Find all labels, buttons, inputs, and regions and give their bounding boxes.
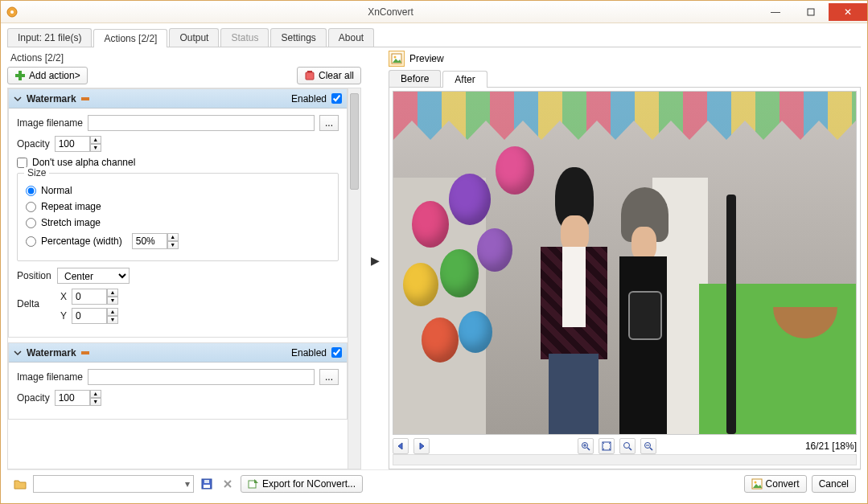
opacity-label: Opacity <box>17 392 50 404</box>
delta-label: Delta <box>17 298 52 309</box>
preview-tab-before[interactable]: Before <box>389 70 441 87</box>
opacity-input[interactable] <box>55 136 90 152</box>
size-repeat-label: Repeat image <box>41 201 101 212</box>
percentage-input[interactable] <box>132 233 167 249</box>
percentage-spinner[interactable]: ▲▼ <box>167 233 179 249</box>
image-filename-input[interactable] <box>88 369 315 385</box>
preview-icon-button[interactable] <box>389 51 405 67</box>
expand-preview-button[interactable]: ▶ <box>371 254 380 267</box>
alpha-label: Don't use alpha channel <box>32 157 135 168</box>
convert-button[interactable]: Convert <box>744 475 807 493</box>
content: Input: 21 file(s) Actions [2/2] Output S… <box>1 23 867 503</box>
zoom-fit-button[interactable] <box>599 438 615 454</box>
arrow-left-icon <box>396 441 405 451</box>
preview-image[interactable] <box>393 91 857 435</box>
workarea: Actions [2/2] Add action> Clear all <box>7 47 861 469</box>
svg-point-1 <box>10 10 14 14</box>
size-repeat-radio[interactable] <box>26 202 36 212</box>
svg-rect-4 <box>15 74 25 77</box>
clear-all-button[interactable]: Clear all <box>297 67 361 84</box>
delete-preset-button[interactable] <box>220 476 236 492</box>
image-filename-label: Image filename <box>17 371 83 383</box>
delete-icon <box>223 479 232 489</box>
tab-settings[interactable]: Settings <box>270 28 326 47</box>
svg-point-10 <box>394 56 397 59</box>
tab-actions[interactable]: Actions [2/2] <box>93 29 167 47</box>
svg-point-16 <box>624 443 630 449</box>
size-normal-radio[interactable] <box>26 186 36 196</box>
maximize-button[interactable] <box>793 3 829 21</box>
remove-action-icon[interactable] <box>81 96 89 101</box>
zoom-100-button[interactable] <box>619 438 636 454</box>
actions-toolbar: Add action> Clear all <box>7 67 361 84</box>
close-button[interactable]: ✕ <box>829 3 867 21</box>
footer-toolbar: ▾ Export for NConvert... Convert Cancel <box>7 469 861 497</box>
size-stretch-radio[interactable] <box>26 218 36 228</box>
position-label: Position <box>17 270 52 281</box>
main-tabs: Input: 21 file(s) Actions [2/2] Output S… <box>7 28 861 47</box>
svg-rect-5 <box>306 72 314 80</box>
position-select[interactable]: Center <box>57 268 130 284</box>
tab-status[interactable]: Status <box>220 28 269 47</box>
viewer-toolbar: 16/21 [18%] <box>393 438 857 454</box>
preset-combo[interactable]: ▾ <box>33 475 194 493</box>
arrow-right-icon <box>417 441 426 451</box>
save-preset-button[interactable] <box>199 476 215 492</box>
convert-label: Convert <box>766 478 800 490</box>
browse-button[interactable]: ... <box>319 115 339 131</box>
open-folder-button[interactable] <box>12 476 28 492</box>
enabled-label: Enabled <box>291 93 327 104</box>
app-icon <box>6 6 19 18</box>
preview-image-content <box>393 92 856 434</box>
add-action-button[interactable]: Add action> <box>7 67 88 84</box>
folder-icon <box>14 478 27 490</box>
image-filename-input[interactable] <box>88 115 315 131</box>
opacity-input[interactable] <box>55 390 90 406</box>
action-card: Watermark Enabled Image filename <box>8 88 348 338</box>
action-card-header[interactable]: Watermark Enabled <box>9 89 347 109</box>
delta-y-spinner[interactable]: ▲▼ <box>107 308 118 324</box>
enabled-checkbox[interactable] <box>331 93 342 104</box>
action-card-header[interactable]: Watermark Enabled <box>9 343 347 363</box>
prev-image-button[interactable] <box>393 438 409 454</box>
alpha-checkbox[interactable] <box>17 158 27 168</box>
delta-x-spinner[interactable]: ▲▼ <box>107 289 118 305</box>
preview-counter: 16/21 [18%] <box>805 440 857 452</box>
svg-rect-6 <box>307 71 312 72</box>
action-body: Image filename ... Opacity ▲▼ <box>9 363 347 419</box>
opacity-spinner[interactable]: ▲▼ <box>90 390 101 406</box>
opacity-spinner[interactable]: ▲▼ <box>90 136 101 152</box>
preview-panel: Preview Before After <box>389 51 861 469</box>
export-icon <box>248 478 259 490</box>
actions-list: Watermark Enabled Image filename <box>8 88 348 469</box>
minimize-button[interactable]: — <box>758 3 793 21</box>
zoom-in-icon <box>581 441 590 451</box>
preview-tabs: Before After <box>389 70 861 88</box>
svg-line-12 <box>587 448 590 450</box>
tab-input[interactable]: Input: 21 file(s) <box>7 28 92 47</box>
size-legend: Size <box>24 167 49 178</box>
delta-x-input[interactable] <box>72 289 107 305</box>
convert-icon <box>751 478 763 490</box>
preview-horizontal-scrollbar[interactable] <box>393 454 857 465</box>
remove-action-icon[interactable] <box>81 350 89 355</box>
export-nconvert-button[interactable]: Export for NConvert... <box>241 475 363 493</box>
cancel-button[interactable]: Cancel <box>812 475 856 493</box>
enabled-checkbox[interactable] <box>331 347 342 358</box>
browse-button[interactable]: ... <box>319 369 339 385</box>
chevron-down-icon <box>14 95 22 103</box>
size-percentage-radio[interactable] <box>26 236 36 247</box>
zoom-out-button[interactable] <box>640 438 656 454</box>
actions-vertical-scrollbar[interactable] <box>348 88 360 469</box>
preview-tab-after[interactable]: After <box>442 71 487 88</box>
scroll-thumb[interactable] <box>350 93 359 190</box>
enabled-label: Enabled <box>291 347 327 359</box>
delta-y-label: Y <box>57 310 67 322</box>
delta-y-input[interactable] <box>72 308 107 324</box>
action-name: Watermark <box>27 93 76 104</box>
tab-about[interactable]: About <box>328 28 374 47</box>
zoom-in-button[interactable] <box>578 438 594 454</box>
zoom-out-icon <box>644 441 653 451</box>
tab-output[interactable]: Output <box>169 28 219 47</box>
next-image-button[interactable] <box>413 438 430 454</box>
